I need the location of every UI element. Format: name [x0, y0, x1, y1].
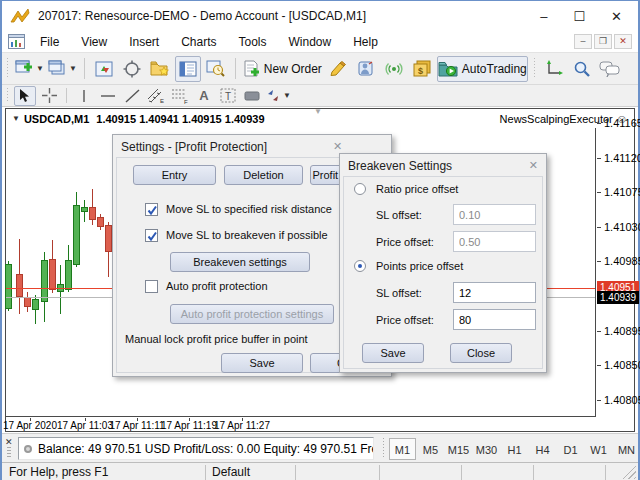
points-price-input[interactable]: [453, 309, 536, 330]
autotrading-button[interactable]: AutoTrading: [437, 56, 528, 82]
maximize-button[interactable]: ☐: [573, 9, 585, 24]
fibonacci-button[interactable]: F: [169, 86, 191, 106]
price-scale: 1.411651.411201.410751.410301.409851.408…: [597, 128, 634, 417]
settings-close-icon[interactable]: ✕: [333, 140, 342, 153]
market-watch-icon: [95, 61, 113, 77]
svg-text:F: F: [184, 98, 188, 104]
text-button[interactable]: A: [193, 86, 215, 106]
tab-deletion[interactable]: Deletion: [224, 165, 303, 185]
tf-m30-button[interactable]: M30: [473, 438, 500, 460]
chat-button[interactable]: [597, 56, 623, 82]
menu-tools[interactable]: Tools: [228, 33, 278, 51]
experts-button[interactable]: [353, 56, 379, 82]
menu-insert[interactable]: Insert: [118, 33, 170, 51]
child-restore-button[interactable]: ❐: [594, 34, 612, 49]
menu-charts[interactable]: Charts: [170, 33, 227, 51]
candle: [105, 225, 112, 252]
menu-help[interactable]: Help: [342, 33, 389, 51]
child-minimize-button[interactable]: –: [574, 34, 592, 49]
tf-h4-button[interactable]: H4: [529, 438, 556, 460]
status-profile: Default: [212, 465, 250, 479]
resize-grip[interactable]: [622, 465, 636, 479]
trendline-button[interactable]: [121, 86, 143, 106]
new-chart-button[interactable]: ▼: [14, 56, 45, 82]
tf-m1-button[interactable]: M1: [389, 438, 416, 460]
auto-profit-settings-button[interactable]: Auto profit protection settings: [170, 304, 334, 324]
menu-file[interactable]: File: [29, 33, 70, 51]
cursor-button[interactable]: [14, 86, 36, 106]
breakeven-save-button[interactable]: Save: [362, 343, 424, 363]
vertical-line-button[interactable]: [73, 86, 95, 106]
tf-m5-button[interactable]: M5: [417, 438, 444, 460]
timeframe-toolbar-grip[interactable]: [381, 438, 386, 459]
navigator-button[interactable]: [119, 56, 145, 82]
terminal-grip[interactable]: [7, 447, 11, 459]
menu-bar: File View Insert Charts Tools Window Hel…: [2, 31, 638, 53]
child-close-button[interactable]: ✕: [614, 34, 632, 49]
date-tick-label: 17 Apr 11:27: [214, 420, 270, 431]
market-watch-button[interactable]: [91, 56, 117, 82]
points-price-label: Price offset:: [376, 314, 434, 326]
arrows-button[interactable]: ▼: [265, 86, 292, 106]
strategy-tester-button[interactable]: [203, 56, 229, 82]
new-chart-icon: [15, 60, 34, 77]
signals-button[interactable]: [381, 56, 407, 82]
tf-d1-button[interactable]: D1: [557, 438, 584, 460]
tf-m15-button[interactable]: M15: [445, 438, 472, 460]
tf-h1-button[interactable]: H1: [501, 438, 528, 460]
menu-window[interactable]: Window: [278, 33, 343, 51]
crosshair-button[interactable]: [38, 86, 60, 106]
breakeven-checkbox[interactable]: [145, 229, 158, 242]
price-tick-mark: [597, 400, 601, 401]
new-order-button[interactable]: New Order: [242, 56, 323, 82]
chart-collapse-icon[interactable]: ▼: [12, 114, 20, 123]
text-label-button[interactable]: T: [217, 86, 239, 106]
auto-profit-checkbox[interactable]: [145, 280, 158, 293]
ratio-sl-input[interactable]: [453, 204, 536, 225]
minimize-button[interactable]: –: [540, 9, 547, 24]
status-separator: [461, 465, 462, 480]
close-button[interactable]: ✕: [611, 9, 622, 24]
tf-w1-button[interactable]: W1: [585, 438, 612, 460]
zoom-button[interactable]: [569, 56, 595, 82]
new-order-label: New Order: [264, 62, 322, 76]
horizontal-line-button[interactable]: [97, 86, 119, 106]
tab-entry[interactable]: Entry: [133, 165, 216, 185]
autotrading-icon: [438, 60, 458, 77]
points-sl-label: SL offset:: [376, 287, 422, 299]
settings-save-button[interactable]: Save: [221, 353, 303, 373]
horizontal-line-icon: [100, 89, 116, 103]
ratio-price-input[interactable]: [453, 231, 536, 252]
breakeven-settings-button[interactable]: Breakeven settings: [170, 252, 310, 272]
cursor-arrow-icon: [19, 89, 31, 103]
risk-distance-checkbox[interactable]: [145, 203, 158, 216]
arrows-icon: [266, 89, 281, 103]
terminal-button[interactable]: [175, 56, 201, 82]
toolbar-grip[interactable]: [5, 88, 10, 103]
balance-field: Balance: 49 970.51 USD Profit/Loss: 0.00…: [18, 437, 374, 460]
points-sl-input[interactable]: [453, 282, 536, 303]
timeframe-toolbar: M1 M5 M15 M30 H1 H4 D1 W1 MN: [389, 436, 640, 461]
breakeven-close-button[interactable]: Close: [450, 343, 512, 363]
profiles-button[interactable]: ▼: [47, 56, 78, 82]
candle: [16, 274, 23, 297]
price-tick-mark: [597, 227, 601, 228]
favorites-button[interactable]: [147, 56, 173, 82]
candle: [97, 217, 104, 227]
equidistant-channel-button[interactable]: E: [145, 86, 167, 106]
experts-icon: [357, 60, 375, 77]
candle: [32, 299, 39, 310]
points-offset-radio[interactable]: [354, 260, 366, 272]
terminal-close-button[interactable]: ✕: [5, 437, 13, 447]
shapes-button[interactable]: [241, 86, 263, 106]
ratio-offset-radio[interactable]: [354, 183, 366, 195]
toolbar-grip[interactable]: [5, 58, 10, 80]
toolbar-grip[interactable]: [532, 58, 537, 80]
metaeditor-button[interactable]: [325, 56, 351, 82]
data-window-button[interactable]: [541, 56, 567, 82]
market-button[interactable]: $: [409, 56, 435, 82]
price-tick-label: 1.40850: [604, 359, 640, 371]
tf-mn-button[interactable]: MN: [613, 438, 640, 460]
menu-view[interactable]: View: [70, 33, 118, 51]
breakeven-close-icon[interactable]: ✕: [529, 159, 538, 172]
